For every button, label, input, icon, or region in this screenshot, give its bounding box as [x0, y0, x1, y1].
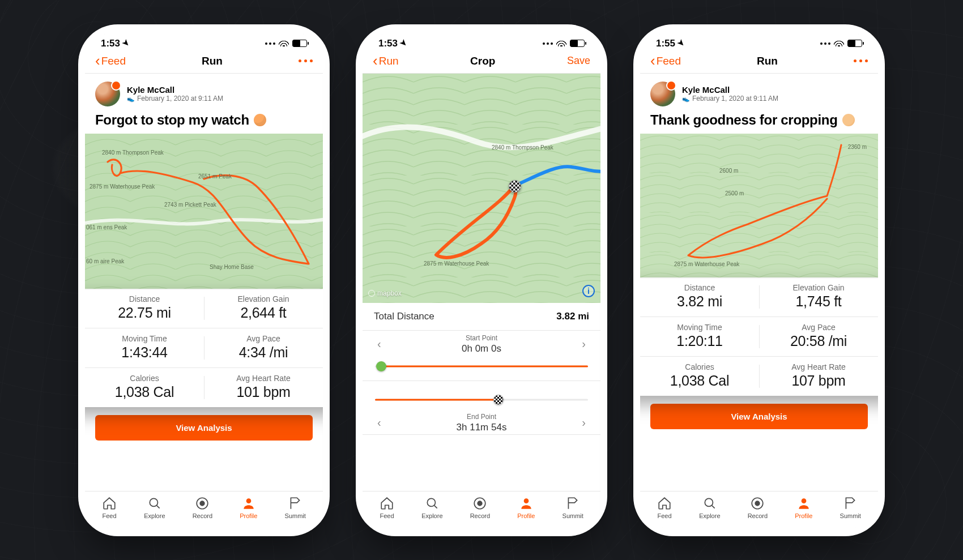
stat-distance: Distance3.82 mi — [640, 277, 759, 317]
svg-point-11 — [524, 498, 529, 503]
cell-signal-icon — [543, 42, 553, 45]
end-slider[interactable] — [375, 392, 588, 407]
activity-date: 👟February 1, 2020 at 9:11 AM — [682, 95, 778, 102]
tab-feed[interactable]: Feed — [102, 496, 117, 519]
more-button[interactable] — [299, 59, 313, 62]
tab-bar: Feed Explore Record Profile Summit — [363, 491, 600, 529]
tab-profile[interactable]: Profile — [795, 496, 812, 519]
status-time: 1:53 ➤ — [378, 38, 407, 49]
back-button[interactable]: ‹Run — [373, 55, 399, 67]
tab-record[interactable]: Record — [748, 496, 768, 519]
stat-moving-time: Moving Time1:43:44 — [85, 328, 204, 367]
end-point-value: 3h 11m 54s — [457, 422, 507, 433]
activity-map[interactable]: 2360 m 2500 m 2600 m 2875 m Waterhouse P… — [640, 134, 878, 281]
tab-summit[interactable]: Summit — [840, 496, 861, 519]
stats-card: Distance22.75 mi Elevation Gain2,644 ft … — [85, 289, 323, 407]
svg-point-4 — [201, 501, 205, 506]
user-name: Kyle McCall — [127, 85, 223, 95]
page-title: Run — [202, 55, 223, 67]
activity-map[interactable]: 2840 m Thompson Peak 2875 m Waterhouse P… — [85, 134, 323, 292]
battery-icon — [292, 40, 307, 47]
avatar[interactable] — [95, 82, 120, 106]
tab-feed[interactable]: Feed — [657, 496, 672, 519]
activity-title: Forgot to stop my watch — [85, 110, 323, 134]
phone-notch — [153, 31, 255, 47]
svg-point-17 — [802, 498, 807, 503]
svg-rect-13 — [640, 134, 878, 281]
tab-profile[interactable]: Profile — [517, 496, 535, 519]
tab-record[interactable]: Record — [470, 496, 490, 519]
tab-summit[interactable]: Summit — [285, 496, 306, 519]
stat-pace: Avg Pace4:34 /mi — [204, 328, 323, 367]
svg-point-16 — [756, 501, 760, 506]
view-analysis-button[interactable]: View Analysis — [650, 404, 868, 429]
crop-map[interactable]: 2840 m Thompson Peak 2875 m Waterhouse P… — [363, 74, 600, 303]
phone-activity-before: 1:53 ➤ ‹Feed Run Kyle McCall 👟February 1… — [85, 31, 323, 529]
wifi-icon — [834, 38, 844, 49]
svg-point-2 — [150, 498, 157, 506]
stat-heart-rate: Avg Heart Rate101 bpm — [204, 368, 323, 407]
stat-heart-rate: Avg Heart Rate107 bpm — [759, 357, 878, 396]
end-slider-thumb[interactable] — [493, 395, 504, 405]
mapbox-attribution: mapbox — [368, 289, 402, 297]
end-point-label: End Point — [385, 413, 579, 421]
activity-date: 👟February 1, 2020 at 9:11 AM — [127, 95, 223, 102]
battery-icon — [570, 40, 585, 47]
info-button[interactable]: i — [582, 285, 595, 297]
tab-explore[interactable]: Explore — [421, 496, 442, 519]
tab-feed[interactable]: Feed — [380, 496, 394, 519]
start-point-value: 0h 0m 0s — [462, 343, 501, 354]
end-point-block: ‹ End Point3h 11m 54s › — [363, 381, 600, 435]
svg-point-8 — [427, 498, 435, 506]
activity-title: Thank goodness for cropping — [640, 110, 878, 134]
end-next-button[interactable]: › — [578, 414, 589, 431]
svg-rect-1 — [85, 134, 323, 292]
total-distance-label: Total Distance — [374, 311, 434, 322]
total-distance-value: 3.82 mi — [556, 311, 589, 322]
start-point-block: ‹ Start Point0h 0m 0s › — [363, 331, 600, 381]
start-next-button[interactable]: › — [578, 335, 589, 353]
start-prev-button[interactable]: ‹ — [374, 335, 385, 353]
stat-calories: Calories1,038 Cal — [85, 368, 204, 407]
more-button[interactable] — [854, 59, 868, 62]
status-time: 1:53 ➤ — [101, 38, 130, 49]
tab-profile[interactable]: Profile — [240, 496, 257, 519]
end-prev-button[interactable]: ‹ — [374, 414, 385, 431]
tab-explore[interactable]: Explore — [699, 496, 720, 519]
status-time: 1:55 ➤ — [656, 38, 685, 49]
start-slider-thumb[interactable] — [376, 361, 386, 371]
back-button[interactable]: ‹Feed — [650, 55, 681, 67]
svg-point-14 — [705, 498, 713, 506]
activity-header: Kyle McCall 👟February 1, 2020 at 9:11 AM — [85, 74, 323, 110]
user-name: Kyle McCall — [682, 85, 778, 95]
view-analysis-button[interactable]: View Analysis — [95, 415, 313, 441]
stat-pace: Avg Pace20:58 /mi — [759, 317, 878, 356]
phone-notch — [431, 31, 532, 47]
phone-crop: 1:53 ➤ ‹Run Crop Save 2840 m — [363, 31, 600, 529]
stats-card: Distance3.82 mi Elevation Gain1,745 ft M… — [640, 277, 878, 396]
start-slider[interactable] — [375, 359, 588, 374]
wifi-icon — [556, 38, 566, 49]
location-icon: ➤ — [676, 37, 687, 49]
avatar[interactable] — [650, 82, 675, 106]
back-button[interactable]: ‹Feed — [95, 55, 126, 67]
activity-header: Kyle McCall 👟February 1, 2020 at 9:11 AM — [640, 74, 878, 110]
page-title: Run — [757, 55, 778, 67]
end-marker-icon[interactable] — [509, 180, 521, 193]
stat-calories: Calories1,038 Cal — [640, 357, 759, 396]
flushed-emoji-icon — [254, 114, 266, 126]
svg-rect-7 — [363, 74, 600, 303]
cell-signal-icon — [820, 42, 830, 45]
nav-bar: ‹Run Crop Save — [363, 52, 600, 74]
stat-elevation: Elevation Gain1,745 ft — [759, 277, 878, 317]
tab-explore[interactable]: Explore — [144, 496, 165, 519]
tab-bar: Feed Explore Record Profile Summit — [85, 491, 323, 529]
stat-elevation: Elevation Gain2,644 ft — [204, 289, 323, 328]
clap-emoji-icon — [842, 114, 855, 126]
stat-distance: Distance22.75 mi — [85, 289, 204, 328]
tab-summit[interactable]: Summit — [563, 496, 583, 519]
run-icon: 👟 — [127, 95, 135, 102]
wifi-icon — [279, 38, 289, 49]
save-button[interactable]: Save — [567, 55, 590, 67]
tab-record[interactable]: Record — [193, 496, 212, 519]
